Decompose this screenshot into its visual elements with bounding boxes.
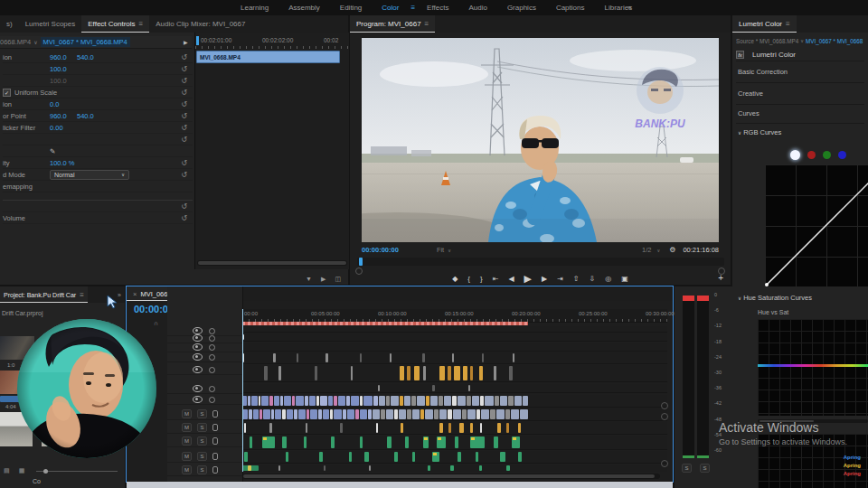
timeline-clip[interactable] [459,423,464,433]
effect-property-row[interactable]: d ModeNormal∨↺ [3,169,193,181]
section-curves[interactable]: Curves [738,109,760,117]
selected-clip-bar[interactable]: MVI_0668.MP4 [196,51,340,63]
timeline-clip[interactable] [320,396,327,406]
timeline-clip[interactable] [407,366,410,380]
timeline-clip[interactable] [387,436,392,448]
icon-view-icon[interactable]: ▦ [19,467,25,474]
rgb-curve-graph[interactable] [765,164,868,286]
workspace-tab-effects[interactable]: Effects [417,4,458,12]
voiceover-mic-icon[interactable] [212,410,218,418]
panel-menu-icon[interactable]: ≡ [425,20,429,28]
playback-resolution-select[interactable]: 1/2 [642,246,651,254]
timeline-clip[interactable] [259,409,262,419]
timeline-clip[interactable] [378,385,380,391]
property-value[interactable]: 960.0 [50,112,77,120]
solo-button[interactable]: S [197,436,207,446]
voiceover-mic-icon[interactable] [212,453,218,460]
program-timecode[interactable]: 00:00:00:00 [362,246,399,254]
timeline-clip[interactable] [506,465,510,471]
panel-menu-icon[interactable]: ≡ [80,291,84,299]
panel-menu-icon[interactable]: ≡ [139,20,144,28]
timeline-clip[interactable] [422,353,425,362]
timeline-clip[interactable] [412,452,415,462]
extract-icon[interactable]: ⇩ [590,275,596,283]
timeline-clip[interactable] [523,396,528,406]
timeline-clip[interactable] [412,409,420,419]
timeline-clip[interactable] [452,353,454,362]
toggle-track-output-icon[interactable] [193,353,203,361]
lift-icon[interactable]: ⇧ [573,275,580,283]
effect-property-row[interactable]: or Point960.0540.0↺ [3,110,193,122]
timeline-clip[interactable] [269,396,273,406]
timeline-clip[interactable] [404,396,410,406]
reset-parameter-icon[interactable]: ↺ [181,214,187,222]
mark-in-icon[interactable]: { [467,275,470,283]
timeline-clip[interactable] [439,366,445,380]
video-track-header[interactable] [167,365,242,375]
timeline-clip[interactable] [316,396,319,406]
timeline-clip[interactable] [248,465,251,471]
timeline-clip[interactable] [455,436,458,448]
timeline-clip[interactable] [513,353,514,362]
timeline-clip[interactable] [280,396,283,406]
workspace-tab-color[interactable]: Color [372,4,409,12]
timeline-clip[interactable] [407,409,411,419]
track-lock-dot[interactable] [209,344,215,351]
effect-property-row[interactable]: ✎ [3,145,193,157]
lumetri-source-value[interactable]: MVI_0667 * MVI_0668 [806,38,863,44]
blend-mode-select[interactable]: Normal∨ [50,170,129,180]
timeline-clip[interactable] [518,423,521,433]
timeline-clip[interactable] [497,423,501,433]
clip-indicator-right[interactable] [697,296,709,301]
program-scrubber[interactable] [357,258,724,266]
timeline-clip[interactable] [360,353,362,362]
green-channel-dot[interactable] [823,151,831,159]
timeline-clip[interactable] [428,465,430,471]
timeline-clip[interactable] [269,423,272,433]
mute-button[interactable]: M [182,436,192,446]
timeline-view-toggle[interactable]: ▶ [184,39,188,45]
timeline-clip[interactable] [263,409,270,419]
timeline-clip[interactable] [273,353,276,362]
reset-parameter-icon[interactable]: ↺ [181,202,187,211]
filter-icon[interactable]: ▼ [306,276,312,283]
effect-property-row[interactable]: emapping [3,181,193,192]
timeline-clip[interactable] [381,409,385,419]
timeline-clip[interactable] [351,396,359,406]
property-value[interactable]: 540.0 [77,112,104,120]
effect-timeline-playhead[interactable] [196,36,199,45]
timeline-clip[interactable] [423,366,426,380]
timeline-clip[interactable] [394,452,398,462]
blue-channel-dot[interactable] [838,151,846,159]
timeline-clip[interactable] [328,396,333,406]
workspace-tab-libraries[interactable]: Libraries [594,4,642,12]
effect-property-row[interactable]: Volume↺ [3,212,193,224]
timeline-clip[interactable] [506,423,509,433]
timeline-clip[interactable] [439,423,443,433]
timeline-clip[interactable] [294,409,297,419]
timeline-clip[interactable] [482,353,484,362]
program-playhead[interactable] [359,258,363,266]
section-creative[interactable]: Creative [738,89,763,98]
timeline-clip[interactable] [282,436,287,448]
timeline-clip[interactable] [454,366,460,380]
timeline-clip[interactable] [425,409,433,419]
voiceover-mic-icon[interactable] [212,466,218,474]
timeline-clip[interactable] [485,396,494,406]
mute-button[interactable]: M [182,465,192,474]
lumetri-source-label[interactable]: Source * MVI_0668.MP4 [736,38,798,44]
timeline-clip[interactable] [363,396,373,406]
timeline-clip[interactable] [434,409,439,419]
timeline-clip[interactable] [405,436,409,448]
audio-track-header[interactable]: MS [167,465,242,476]
comparison-view-icon[interactable]: ▣ [621,275,628,283]
property-value[interactable]: 0.0 [50,100,77,108]
sequence-clip-label[interactable]: MVI_0667 * MVI_0668.MP4 [41,37,130,47]
clip-indicator-left[interactable] [683,296,694,301]
timeline-clip[interactable] [417,396,425,406]
pen-tool-icon[interactable]: ✎ [50,147,55,155]
timeline-clip[interactable] [347,409,354,419]
timeline-clip[interactable] [368,409,372,419]
voiceover-mic-icon[interactable] [212,437,218,445]
timeline-clip[interactable] [394,409,398,419]
